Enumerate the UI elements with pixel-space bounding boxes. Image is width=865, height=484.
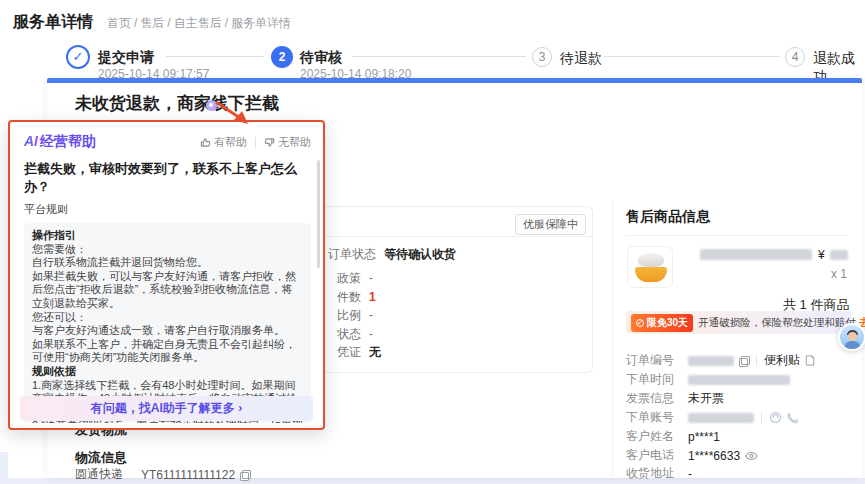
not-helpful-label: 无帮助: [278, 135, 311, 150]
row-value: 无: [369, 345, 381, 359]
logistics-info-title: 物流信息: [75, 449, 127, 467]
row-label: 状态: [337, 327, 361, 341]
thumbs-down-icon: [264, 137, 275, 148]
product-bowl-body: [635, 267, 667, 282]
row-value: 1: [369, 290, 376, 304]
breadcrumb: 首页/售后/自主售后/服务单详情: [107, 15, 291, 32]
shield-check-icon: ✓: [636, 319, 644, 327]
order-number-redacted: [688, 356, 734, 366]
price-redacted: [830, 250, 848, 260]
panel-scrollbar-thumb[interactable]: [317, 160, 320, 268]
note-icon[interactable]: [805, 355, 815, 366]
row-value: -: [369, 271, 373, 285]
feedback-divider: [255, 137, 256, 148]
ai-panel-header: AI经营帮助 有帮助 无帮助: [24, 133, 311, 151]
guide-line: 如果联系不上客户，并确定自身无责且不会引起纠纷，可使用“协商关闭”功能关闭服务单…: [32, 338, 303, 365]
phone-icon[interactable]: [787, 412, 799, 424]
ai-assistant-logo: AI经营帮助: [24, 133, 96, 151]
tracking-number: YT6111111111122: [141, 468, 235, 482]
item-count-row: 件数1: [337, 289, 376, 306]
helpful-button[interactable]: 有帮助: [200, 135, 247, 150]
floating-support-avatar[interactable]: [838, 323, 865, 351]
courier-name: 圆通快递: [75, 466, 123, 483]
step1-check-icon: ✓: [66, 45, 90, 69]
order-status-card: 优服保障中 订单状态等待确认收货 政策- 件数1 比例- 状态- 凭证无: [300, 206, 593, 373]
policy-row: 政策-: [337, 270, 373, 287]
goods-state-row: 状态-: [337, 326, 373, 343]
breadcrumb-home[interactable]: 首页: [107, 16, 131, 30]
eye-icon[interactable]: [745, 451, 758, 461]
sidebar-divider: [612, 200, 613, 476]
row-value: -: [369, 327, 373, 341]
product-thumbnail[interactable]: [627, 246, 673, 288]
sidebar-title-divider: [626, 235, 848, 236]
value-divider: [761, 412, 762, 423]
field-label: 订单编号: [626, 352, 674, 369]
badge-label: 限免30天: [647, 316, 688, 330]
service-order-detail-page: 服务单详情 首页/售后/自主售后/服务单详情 ✓ 提交申请 2025-10-14…: [0, 0, 865, 484]
guide-line: 如果拦截失败，可以与客户友好沟通，请客户拒收，然后您点击“拒收后退款”，系统校验…: [32, 270, 303, 311]
product-bowl-lid: [638, 253, 664, 267]
copy-icon[interactable]: [240, 470, 250, 480]
breadcrumb-self-aftersales[interactable]: 自主售后: [174, 16, 222, 30]
guide-title: 操作指引: [32, 229, 303, 243]
price-symbol: ¥: [818, 248, 825, 262]
customer-phone-row: 客户电话 1****6633: [626, 447, 758, 464]
ai-question: 拦截失败，审核时效要到了，联系不上客户怎么办？: [24, 160, 311, 196]
breadcrumb-separator: /: [134, 16, 137, 30]
value-divider: [756, 355, 757, 366]
row-label: 政策: [337, 271, 361, 285]
shipping-address-row: 收货地址 -: [626, 465, 692, 482]
row-label: 比例: [337, 308, 361, 322]
order-status-row: 订单状态等待确认收货: [328, 246, 456, 263]
rule-category-label: 平台规则: [24, 202, 311, 217]
breadcrumb-separator: /: [225, 16, 228, 30]
customer-service-icon[interactable]: [769, 411, 782, 424]
step2-label: 待审核: [300, 49, 342, 67]
product-quantity: x 1: [831, 267, 847, 281]
row-label: 件数: [337, 290, 361, 304]
breadcrumb-aftersales[interactable]: 售后: [140, 16, 164, 30]
ai-logo-text: 经营帮助: [40, 133, 96, 149]
sticky-note-link[interactable]: 便利贴: [764, 352, 800, 369]
ask-ai-more-link[interactable]: 有问题，找AI助手了解更多 ›: [20, 396, 313, 421]
feedback-controls: 有帮助 无帮助: [200, 135, 311, 150]
step3-label: 待退款: [560, 50, 602, 68]
not-helpful-button[interactable]: 无帮助: [264, 135, 311, 150]
helpful-label: 有帮助: [214, 135, 247, 150]
ai-logo-prefix: AI: [24, 133, 38, 149]
row-value: -: [369, 308, 373, 322]
buyer-account-redacted: [688, 413, 754, 423]
order-time-redacted: [688, 375, 790, 385]
page-title: 服务单详情: [13, 12, 93, 33]
step3-number-badge: 3: [532, 47, 552, 67]
copy-icon[interactable]: [739, 356, 749, 366]
field-value: -: [688, 467, 692, 481]
card-top-accent-bar: [47, 78, 862, 83]
guide-line: 您需要做：: [32, 243, 303, 257]
step2-number-badge: 2: [271, 46, 293, 68]
stepper-connector: [604, 56, 780, 57]
logistics-row: 圆通快递 YT6111111111122: [75, 466, 250, 483]
thumbs-up-icon: [200, 137, 211, 148]
evidence-row: 凭证无: [337, 344, 381, 361]
order-number-row: 订单编号 便利贴: [626, 352, 815, 369]
rules-title: 规则依据: [32, 365, 303, 379]
guide-line: 自行联系物流拦截并退回货物给您。: [32, 256, 303, 270]
field-label: 下单账号: [626, 409, 674, 426]
annotation-arrow: [198, 94, 262, 136]
field-label: 下单时间: [626, 371, 674, 388]
field-value: 1****6633: [688, 449, 740, 463]
row-label: 凭证: [337, 345, 361, 359]
service-guarantee-badge[interactable]: 优服保障中: [515, 214, 586, 235]
field-label: 客户电话: [626, 447, 674, 464]
limited-free-badge: ✓限免30天: [631, 314, 693, 332]
breadcrumb-separator: /: [167, 16, 170, 30]
ai-answer-box: 操作指引 您需要做： 自行联系物流拦截并退回货物给您。 如果拦截失败，可以与客户…: [24, 223, 311, 423]
row-label: 订单状态: [328, 247, 376, 261]
customer-name-row: 客户姓名 p****1: [626, 428, 720, 445]
guide-line: 与客户友好沟通达成一致，请客户自行取消服务单。: [32, 324, 303, 338]
buyer-account-row: 下单账号: [626, 409, 799, 426]
order-time-row: 下单时间: [626, 371, 790, 388]
field-label: 客户姓名: [626, 428, 674, 445]
